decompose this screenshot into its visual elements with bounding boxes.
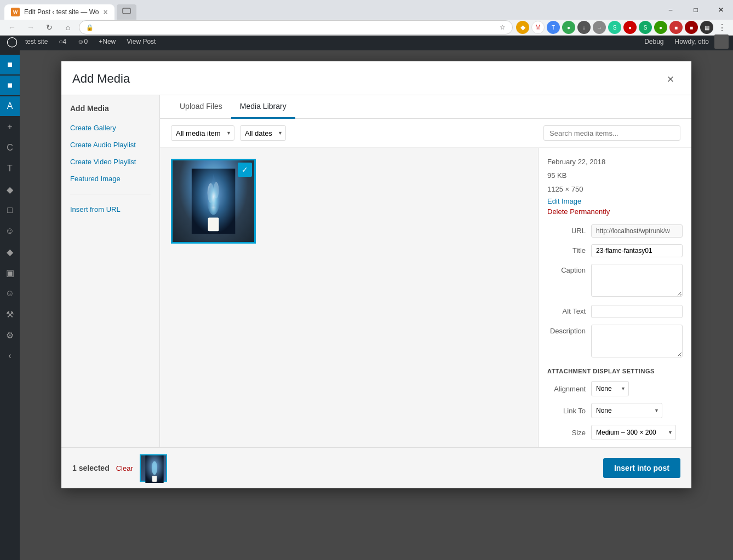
size-field-row: Size Thumbnail - 150 × 150 Medium – 300 … (547, 425, 683, 440)
title-input[interactable] (591, 244, 683, 257)
sidebar-item-create-video-playlist[interactable]: Create Video Playlist (61, 153, 159, 170)
sidebar-item-featured-image[interactable]: Featured Image (61, 170, 159, 187)
svg-point-8 (152, 461, 157, 475)
maximize-button[interactable]: □ (684, 2, 708, 18)
media-type-filter[interactable]: All media item (171, 125, 234, 141)
link-to-select[interactable]: None Media File Attachment Page Custom U… (591, 403, 662, 418)
url-input[interactable] (591, 224, 683, 238)
tab-title: Edit Post ‹ test site — Wo (24, 8, 99, 16)
sidebar-settings-icon[interactable]: ⚙ (0, 325, 20, 345)
menu-button[interactable]: ⋮ (715, 21, 729, 34)
modal-overlay: Add Media × Add Media Create Gallery Cre… (20, 50, 733, 560)
wp-logo-icon[interactable]: ◯ (4, 34, 20, 49)
admin-bar-view-post[interactable]: View Post (121, 33, 161, 50)
sidebar-dashboard-icon[interactable]: ■ (0, 55, 20, 74)
insert-into-post-button[interactable]: Insert into post (603, 458, 680, 478)
date-filter-wrapper: All dates (240, 125, 286, 141)
clear-selection-link[interactable]: Clear (116, 464, 133, 472)
title-field-row: Title (547, 244, 683, 257)
alt-text-input[interactable] (591, 305, 683, 318)
modal-title: Add Media (72, 72, 130, 93)
sidebar-item-create-audio-playlist[interactable]: Create Audio Playlist (61, 136, 159, 153)
media-grid[interactable]: ✓ (160, 148, 538, 447)
sidebar-tag-icon[interactable]: T (0, 159, 20, 178)
delete-permanently-link[interactable]: Delete Permanently (547, 207, 683, 216)
url-label: URL (547, 224, 591, 235)
tab-upload-files[interactable]: Upload Files (171, 95, 231, 119)
tab-media-library[interactable]: Media Library (231, 95, 295, 119)
translate-icon[interactable]: T (547, 21, 560, 34)
admin-bar-comments[interactable]: ☺ 0 (72, 33, 93, 50)
date-filter[interactable]: All dates (240, 125, 286, 141)
url-input[interactable]: localhost/wptrunk/wp-admin/post.php?post… (97, 24, 496, 31)
sidebar-media-icon[interactable]: ◆ (0, 180, 20, 199)
admin-bar-howdy[interactable]: Howdy, otto (669, 33, 714, 50)
action3-icon[interactable]: ● (562, 21, 575, 34)
sidebar-add-icon[interactable]: + (0, 117, 20, 137)
admin-bar-avatar[interactable] (714, 34, 729, 49)
modal-footer: 1 selected Clear (61, 447, 691, 488)
sidebar-posts-icon[interactable]: ■ (0, 76, 20, 95)
action9-icon[interactable]: ● (654, 21, 667, 34)
action8-icon[interactable]: S (639, 21, 652, 34)
link-to-field-row: Link To None Media File Attachment Page … (547, 403, 683, 418)
selected-info: 1 selected Clear (72, 454, 167, 482)
alignment-label: Alignment (547, 385, 591, 393)
description-textarea[interactable] (591, 325, 683, 357)
sidebar-plugins-icon[interactable]: ▣ (0, 263, 20, 282)
action10-icon[interactable]: ■ (669, 21, 683, 34)
tab-close-icon[interactable]: × (104, 8, 108, 16)
media-size: 95 KB (547, 170, 683, 182)
admin-bar-updates[interactable]: ○ 4 (53, 33, 72, 50)
search-media-input[interactable] (543, 125, 680, 141)
bookmark-icon[interactable]: ☆ (500, 24, 506, 31)
sidebar-item-insert-from-url[interactable]: Insert from URL (61, 201, 159, 218)
back-button[interactable]: ← (4, 20, 20, 35)
description-value (591, 325, 683, 359)
alt-text-label: Alt Text (547, 305, 591, 315)
admin-bar-site[interactable]: test site (20, 33, 53, 50)
sidebar-tools-icon[interactable]: ⚒ (0, 304, 20, 324)
size-label: Size (547, 429, 591, 437)
media-grid-area: ✓ February 22, 2018 95 KB 1125 × 750 Edi… (160, 148, 691, 447)
browser-actions: ◆ M T ● ↓ → S ● S ● ■ ■ ▩ ⋮ (516, 21, 729, 34)
close-button[interactable]: ✕ (709, 2, 733, 18)
edit-image-link[interactable]: Edit Image (547, 197, 683, 205)
attachment-settings-title: ATTACHMENT DISPLAY SETTINGS (547, 368, 683, 374)
link-to-label: Link To (547, 407, 591, 415)
modal-main: Upload Files Media Library All media ite… (160, 95, 691, 447)
minimize-button[interactable]: – (658, 2, 683, 18)
modal-sidebar-title: Add Media (61, 104, 159, 119)
action11-icon[interactable]: ■ (685, 21, 698, 34)
sidebar-collapse-icon[interactable]: ‹ (0, 346, 20, 366)
sidebar-users-icon[interactable]: ☺ (0, 284, 20, 303)
action4-icon[interactable]: ↓ (577, 21, 591, 34)
action5-icon[interactable]: → (593, 21, 606, 34)
new-tab-button[interactable] (117, 4, 136, 20)
extensions-icon[interactable]: ◆ (516, 21, 529, 34)
description-field-row: Description (547, 325, 683, 359)
sidebar-comments-icon[interactable]: ☺ (0, 221, 20, 241)
favicon-icon: W (11, 8, 20, 16)
url-field-row: URL (547, 224, 683, 238)
admin-bar-new[interactable]: + New (93, 33, 121, 50)
action12-icon[interactable]: ▩ (700, 21, 713, 34)
action7-icon[interactable]: ● (623, 21, 637, 34)
media-item[interactable]: ✓ (171, 159, 256, 244)
admin-bar-debug[interactable]: Debug (639, 33, 669, 50)
sidebar-cat-icon[interactable]: C (0, 138, 20, 158)
sidebar-appearance-icon[interactable]: ◆ (0, 242, 20, 262)
modal-close-button[interactable]: × (661, 70, 680, 89)
gmail-icon[interactable]: M (531, 21, 545, 34)
alt-text-field-row: Alt Text (547, 305, 683, 318)
sidebar-all-icon[interactable]: A (0, 96, 20, 116)
sidebar-item-create-gallery[interactable]: Create Gallery (61, 119, 159, 136)
caption-textarea[interactable] (591, 264, 683, 297)
media-details-panel: February 22, 2018 95 KB 1125 × 750 Edit … (538, 148, 691, 447)
browser-tab[interactable]: W Edit Post ‹ test site — Wo × (4, 4, 114, 20)
action6-icon[interactable]: S (608, 21, 621, 34)
size-select[interactable]: Thumbnail - 150 × 150 Medium – 300 × 200… (591, 425, 676, 440)
sidebar-pages-icon[interactable]: □ (0, 200, 20, 220)
alignment-select[interactable]: None Left Center Right (591, 381, 629, 396)
search-media-wrapper (543, 125, 680, 141)
